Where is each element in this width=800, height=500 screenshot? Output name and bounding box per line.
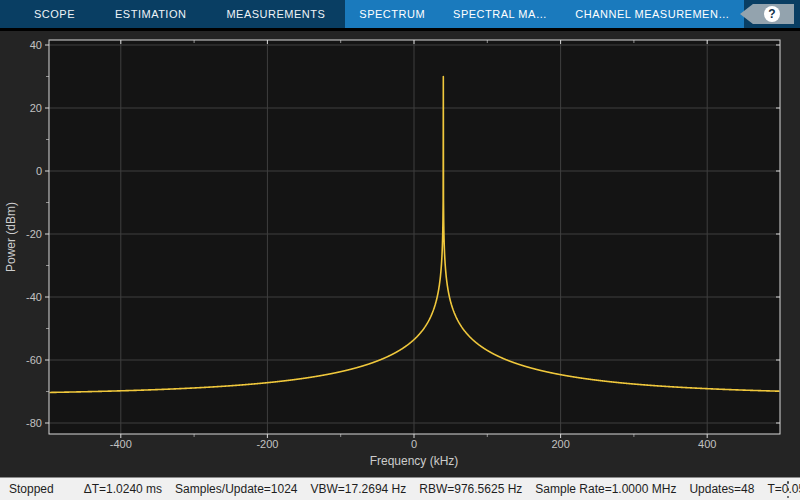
y-tick-label: -80 xyxy=(26,417,42,429)
y-tick-label: 40 xyxy=(30,39,42,51)
y-tick-label: -40 xyxy=(26,291,42,303)
y-tick-label: -20 xyxy=(26,228,42,240)
y-axis-label: Power (dBm) xyxy=(4,202,18,272)
help-icon: ? xyxy=(764,6,780,22)
toolstrip: SCOPE ESTIMATION MEASUREMENTS SPECTRUM S… xyxy=(0,0,800,28)
status-bar: Stopped ΔT=1.0240 ms Samples/Update=1024… xyxy=(0,477,800,500)
tab-measurements[interactable]: MEASUREMENTS xyxy=(206,0,345,28)
x-tick-label: -400 xyxy=(110,438,132,450)
x-tick-label: 0 xyxy=(411,438,417,450)
x-tick-label: 400 xyxy=(698,438,716,450)
status-delta-t: ΔT=1.0240 ms xyxy=(84,482,162,496)
status-vbw: VBW=17.2694 Hz xyxy=(311,482,407,496)
scope-state: Stopped xyxy=(9,482,54,496)
tab-estimation[interactable]: ESTIMATION xyxy=(95,0,206,28)
tab-channel-measurements[interactable]: CHANNEL MEASUREMEN… xyxy=(561,0,744,28)
tab-spectral-mask[interactable]: SPECTRAL MA… xyxy=(439,0,561,28)
spectrum-chart[interactable]: 40200-20-40-60-80-400-2000200400Frequenc… xyxy=(0,31,800,477)
status-samples-per-update: Samples/Update=1024 xyxy=(175,482,297,496)
help-button[interactable]: ? xyxy=(740,4,794,24)
status-rbw: RBW=976.5625 Hz xyxy=(419,482,522,496)
kebab-menu-icon[interactable] xyxy=(783,481,793,498)
x-tick-label: 200 xyxy=(551,438,569,450)
x-tick-label: -200 xyxy=(256,438,278,450)
status-sample-rate: Sample Rate=1.0000 MHz xyxy=(535,482,676,496)
contextual-tab-group: SPECTRUM SPECTRAL MA… CHANNEL MEASUREMEN… xyxy=(345,0,744,28)
y-tick-label: -60 xyxy=(26,354,42,366)
tab-spectrum[interactable]: SPECTRUM xyxy=(345,0,439,28)
y-tick-label: 0 xyxy=(36,165,42,177)
x-axis-label: Frequency (kHz) xyxy=(370,454,459,468)
status-updates: Updates=48 xyxy=(689,482,754,496)
spectrum-analyzer-figure: 40200-20-40-60-80-400-2000200400Frequenc… xyxy=(0,31,800,477)
y-tick-label: 20 xyxy=(30,102,42,114)
tab-scope[interactable]: SCOPE xyxy=(14,0,95,28)
